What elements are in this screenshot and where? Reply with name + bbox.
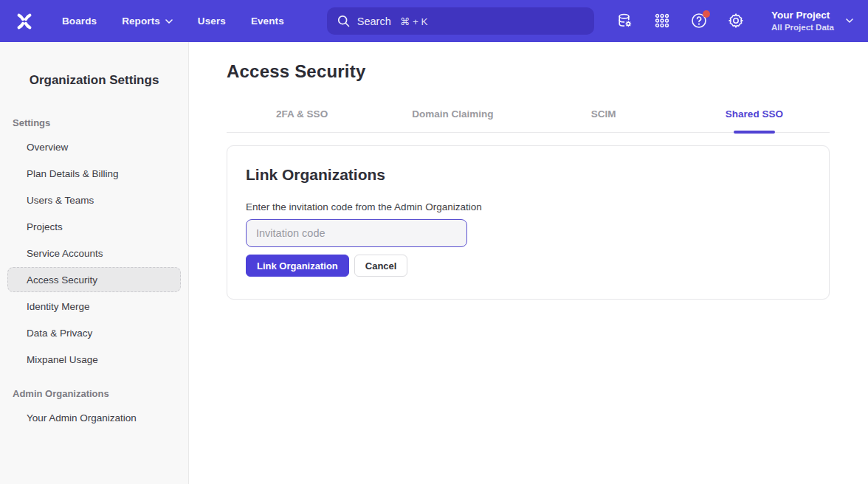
mixpanel-logo-icon[interactable] [13, 10, 35, 32]
sidebar-item-service-accounts[interactable]: Service Accounts [7, 241, 181, 266]
nav-reports-label: Reports [122, 15, 160, 27]
org-settings-sidebar: Organization Settings Settings Overview … [0, 42, 189, 484]
project-switcher[interactable]: Your Project All Project Data [771, 9, 853, 32]
notification-dot [703, 10, 710, 18]
tab-scim[interactable]: SCIM [528, 98, 679, 132]
sidebar-item-overview[interactable]: Overview [7, 134, 181, 159]
sidebar-item-plan-details-billing[interactable]: Plan Details & Billing [7, 161, 181, 186]
main-content: Access Security 2FA & SSO Domain Claimin… [189, 42, 868, 484]
sidebar-item-users-teams[interactable]: Users & Teams [7, 187, 181, 212]
sidebar-item-projects[interactable]: Projects [7, 214, 181, 239]
help-question-icon[interactable] [690, 12, 708, 30]
nav-reports[interactable]: Reports [122, 15, 173, 27]
topbar-actions: Your Project All Project Data [616, 9, 853, 32]
tab-domain-claiming[interactable]: Domain Claiming [377, 98, 528, 132]
search-icon [337, 15, 350, 27]
invitation-code-input[interactable] [246, 219, 467, 247]
active-tab-underline [734, 131, 775, 134]
tab-shared-sso[interactable]: Shared SSO [679, 98, 830, 132]
project-subtitle: All Project Data [771, 22, 834, 33]
apps-grid-icon[interactable] [653, 12, 671, 30]
invitation-code-label: Enter the invitation code from the Admin… [246, 201, 810, 212]
access-security-tabs: 2FA & SSO Domain Claiming SCIM Shared SS… [227, 98, 830, 133]
link-organization-button[interactable]: Link Organization [246, 255, 349, 277]
search-placeholder: Search [357, 15, 391, 27]
primary-nav: Boards Reports Users Events [62, 15, 284, 27]
tab-2fa-sso[interactable]: 2FA & SSO [227, 98, 377, 132]
sidebar-item-access-security[interactable]: Access Security [7, 267, 181, 292]
sidebar-item-mixpanel-usage[interactable]: Mixpanel Usage [7, 347, 181, 372]
admin-orgs-section-label: Admin Organizations [0, 388, 188, 399]
database-gear-icon[interactable] [616, 12, 634, 30]
project-meta: Your Project All Project Data [771, 9, 834, 32]
tab-scim-label: SCIM [591, 108, 616, 120]
page-title: Access Security [227, 61, 830, 82]
search-input[interactable]: Search ⌘ + K [327, 7, 594, 35]
link-organizations-card: Link Organizations Enter the invitation … [227, 145, 830, 300]
chevron-down-icon [165, 19, 173, 24]
project-name: Your Project [771, 9, 834, 22]
nav-boards[interactable]: Boards [62, 15, 97, 27]
nav-events[interactable]: Events [251, 15, 284, 27]
sidebar-item-identity-merge[interactable]: Identity Merge [7, 294, 181, 319]
card-title: Link Organizations [246, 166, 810, 184]
nav-users[interactable]: Users [198, 15, 226, 27]
tab-2fa-sso-label: 2FA & SSO [276, 108, 328, 120]
sidebar-title: Organization Settings [0, 73, 188, 88]
search-shortcut: ⌘ + K [400, 15, 428, 27]
chevron-down-icon [846, 18, 853, 23]
sidebar-item-data-privacy[interactable]: Data & Privacy [7, 320, 181, 345]
cancel-button[interactable]: Cancel [354, 255, 408, 277]
tab-domain-claiming-label: Domain Claiming [412, 108, 493, 120]
settings-gear-icon[interactable] [727, 12, 745, 30]
nav-events-label: Events [251, 15, 284, 27]
topbar: Boards Reports Users Events Search ⌘ + K [0, 0, 868, 42]
sidebar-item-your-admin-organization[interactable]: Your Admin Organization [7, 405, 181, 430]
nav-users-label: Users [198, 15, 226, 27]
tab-shared-sso-label: Shared SSO [726, 108, 783, 120]
settings-section-label: Settings [0, 117, 188, 128]
nav-boards-label: Boards [62, 15, 97, 27]
card-actions: Link Organization Cancel [246, 255, 810, 277]
